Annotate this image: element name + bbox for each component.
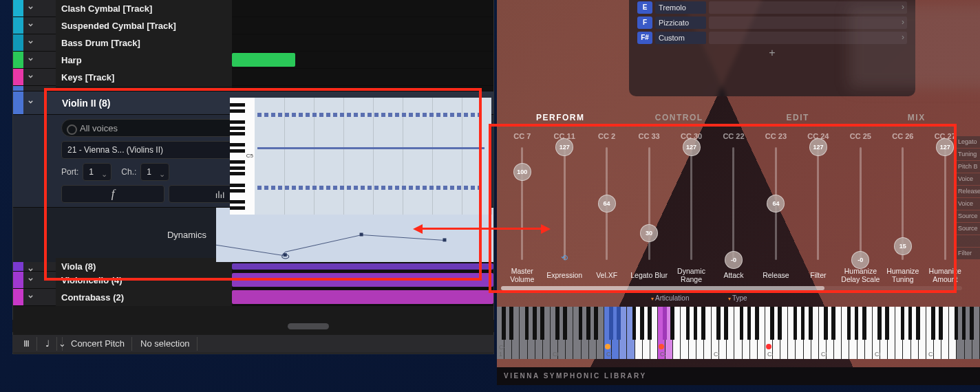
track-row[interactable]: Violoncello (4) (13, 272, 493, 289)
expand-icon[interactable] (23, 289, 37, 305)
piano-black-key[interactable] (801, 307, 805, 340)
piano-black-key[interactable] (640, 307, 644, 340)
cc-slider[interactable]: CC 2 64 Vel.XF (586, 132, 628, 285)
expand-icon[interactable] (23, 86, 37, 91)
side-tab[interactable]: Pitch B (955, 161, 980, 173)
piano-black-key[interactable] (525, 307, 529, 340)
channel-select[interactable]: 1 (140, 163, 169, 181)
piano-key[interactable]: C-1 (497, 307, 504, 359)
cc-slider[interactable]: CC 30 127 Dynamic Range (670, 132, 712, 285)
grid-snap-button[interactable]: Ⅲ (17, 337, 37, 351)
piano-black-key[interactable] (793, 307, 798, 340)
piano-key[interactable] (895, 307, 903, 359)
refresh-icon[interactable]: ⟲ (561, 253, 568, 263)
expand-icon[interactable] (23, 34, 37, 51)
piano-black-key[interactable] (747, 307, 752, 340)
piano-black-key[interactable] (609, 307, 613, 340)
virtual-keyboard[interactable]: C-1C0C1C2C3C4C5C6C7 (497, 307, 980, 359)
tab-edit[interactable]: EDIT (738, 113, 858, 128)
slider-knob[interactable]: -0 (725, 251, 743, 269)
piano-key[interactable]: C0 (551, 307, 558, 359)
piano-black-key[interactable] (563, 307, 567, 340)
piano-key[interactable] (788, 307, 796, 359)
side-tab[interactable]: Source (955, 210, 980, 222)
piano-black-key[interactable] (847, 307, 851, 340)
piano-black-key[interactable] (663, 307, 667, 340)
note-value-button[interactable]: ♩ (39, 337, 57, 351)
piano-black-key[interactable] (862, 307, 866, 340)
track-row[interactable]: Bass Drum [Track] (13, 34, 493, 52)
cc-slider[interactable]: CC 7 100 Master Volume (501, 132, 543, 285)
articulation-row[interactable]: ETremolo (637, 0, 907, 14)
piano-key[interactable] (734, 307, 742, 359)
piano-black-key[interactable] (970, 307, 974, 340)
piano-black-key[interactable] (686, 307, 690, 340)
piano-black-key[interactable] (694, 307, 698, 340)
piano-black-key[interactable] (701, 307, 705, 340)
expand-icon[interactable] (23, 272, 37, 288)
piano-black-key[interactable] (855, 307, 859, 340)
piano-key[interactable]: C5 (819, 307, 827, 359)
piano-black-key[interactable] (831, 307, 835, 340)
piano-black-key[interactable] (885, 307, 889, 340)
cc-slider[interactable]: CC 33 30 Legato Blur (628, 132, 670, 285)
piano-black-key[interactable] (540, 307, 544, 340)
tab-control[interactable]: CONTROL (620, 113, 739, 128)
piano-roll[interactable]: C5 (230, 98, 491, 215)
piano-black-key[interactable] (670, 307, 674, 340)
expand-icon[interactable] (23, 17, 37, 34)
slider-knob[interactable]: 127 (936, 138, 954, 156)
piano-black-key[interactable] (939, 307, 943, 340)
piano-black-key[interactable] (533, 307, 537, 340)
slider-knob[interactable]: 100 (513, 163, 531, 181)
slider-knob[interactable]: 127 (555, 138, 573, 156)
track-row[interactable]: Suspended Cymbal [Track] (13, 17, 493, 34)
cc-slider[interactable]: CC 26 15 Humanize Tuning (882, 132, 924, 285)
piano-black-key[interactable] (824, 307, 828, 340)
piano-black-key[interactable] (955, 307, 959, 340)
piano-key[interactable] (627, 307, 635, 359)
piano-key[interactable]: C3 (712, 307, 719, 359)
piano-key[interactable]: C7 (926, 307, 934, 359)
dynamics-lane[interactable]: Dynamics (13, 207, 493, 262)
port-select[interactable]: 1 (83, 163, 111, 181)
piano-key[interactable]: C1 (604, 307, 612, 359)
dynamics-tool[interactable]: f (61, 185, 164, 203)
track-row[interactable]: Keys [Track] (13, 69, 493, 86)
side-tab[interactable]: Release (955, 186, 980, 197)
slider-knob[interactable]: 30 (640, 224, 658, 242)
articulation-row[interactable]: F#Custom (637, 30, 907, 45)
slider-knob[interactable]: 64 (767, 195, 785, 213)
track-row[interactable]: Contrabass (2) (13, 289, 493, 306)
track-row[interactable]: Harp (13, 52, 493, 69)
piano-black-key[interactable] (908, 307, 913, 340)
piano-black-key[interactable] (755, 307, 759, 340)
piano-black-key[interactable] (770, 307, 774, 340)
piano-black-key[interactable] (579, 307, 583, 340)
piano-key[interactable] (573, 307, 581, 359)
expand-icon[interactable] (23, 262, 37, 271)
piano-black-key[interactable] (916, 307, 920, 340)
cc-slider[interactable]: CC 25 -0 Humanize Delay Scale (840, 132, 882, 285)
track-row[interactable]: Clash Cymbal [Track] (13, 0, 493, 17)
piano-key[interactable] (949, 307, 957, 359)
collapse-icon[interactable] (23, 94, 37, 111)
cc-slider[interactable]: CC 22 -0 Attack (712, 132, 754, 285)
piano-black-key[interactable] (555, 307, 560, 340)
piano-black-key[interactable] (778, 307, 782, 340)
side-tab[interactable]: Tuning (955, 149, 980, 160)
piano-black-key[interactable] (962, 307, 966, 340)
cc-hscroll[interactable] (501, 286, 962, 290)
piano-black-key[interactable] (632, 307, 637, 340)
piano-key[interactable] (681, 307, 688, 359)
articulation-row[interactable]: FPizzicato (637, 15, 907, 30)
expand-icon[interactable] (23, 0, 37, 17)
piano-black-key[interactable] (931, 307, 935, 340)
piano-black-key[interactable] (502, 307, 506, 340)
piano-black-key[interactable] (648, 307, 652, 340)
track-row[interactable]: Viola (8) (13, 262, 493, 272)
piano-black-key[interactable] (586, 307, 590, 340)
side-tab[interactable]: Voice (955, 198, 980, 210)
piano-black-key[interactable] (617, 307, 621, 340)
side-tab[interactable]: Legato (955, 136, 980, 148)
